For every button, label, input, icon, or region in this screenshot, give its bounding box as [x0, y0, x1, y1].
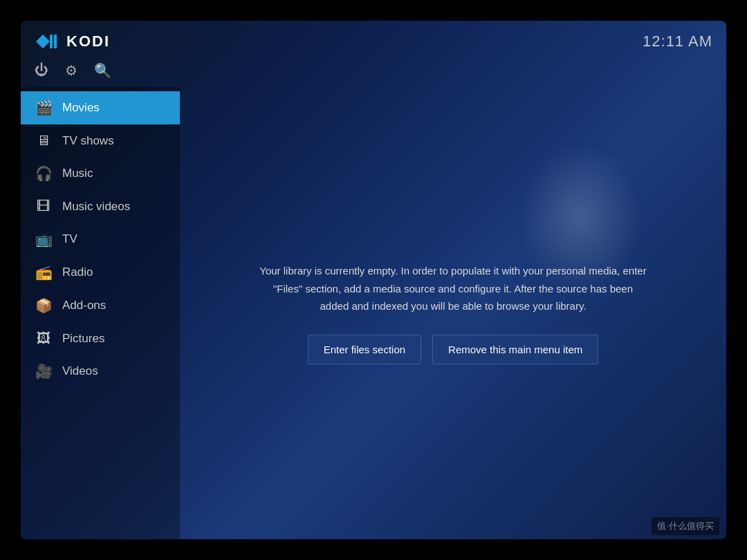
music-label: Music: [62, 167, 93, 180]
svg-rect-2: [50, 35, 53, 48]
music-videos-label: Music videos: [62, 200, 130, 214]
movies-icon: 🎬: [35, 100, 53, 116]
main-layout: 🎬 Movies 🖥 TV shows 🎧 Music 🎞 Music vide…: [21, 87, 726, 539]
sidebar-item-music-videos[interactable]: 🎞 Music videos: [21, 190, 180, 223]
music-videos-icon: 🎞: [35, 198, 53, 214]
pictures-label: Pictures: [62, 332, 104, 346]
enter-files-button[interactable]: Enter files section: [308, 335, 421, 364]
action-buttons: Enter files section Remove this main men…: [259, 335, 647, 364]
pictures-icon: 🖼: [35, 330, 53, 346]
sidebar-item-tv[interactable]: 📺 TV: [21, 223, 180, 256]
tv-shows-label: TV shows: [62, 134, 114, 148]
sidebar-item-radio[interactable]: 📻 Radio: [21, 256, 180, 289]
search-icon[interactable]: 🔍: [94, 62, 111, 79]
clock-display: 12:11 AM: [643, 32, 712, 50]
kodi-title: KODI: [66, 32, 110, 50]
sidebar-item-add-ons[interactable]: 📦 Add-ons: [21, 289, 180, 322]
watermark: 值·什么值得买: [652, 517, 719, 535]
videos-label: Videos: [62, 364, 98, 378]
kodi-logo-icon: [35, 29, 59, 54]
videos-icon: 🎥: [35, 363, 53, 380]
logo-area: KODI: [35, 29, 110, 54]
empty-library-message: Your library is currently empty. In orde…: [259, 262, 647, 364]
movies-label: Movies: [62, 101, 100, 115]
sidebar-item-music[interactable]: 🎧 Music: [21, 157, 180, 190]
radio-label: Radio: [62, 265, 93, 279]
sidebar: 🎬 Movies 🖥 TV shows 🎧 Music 🎞 Music vide…: [21, 87, 180, 539]
sidebar-item-pictures[interactable]: 🖼 Pictures: [21, 322, 180, 355]
sidebar-item-videos[interactable]: 🎥 Videos: [21, 355, 180, 388]
tv-shows-icon: 🖥: [35, 133, 53, 149]
addons-label: Add-ons: [62, 299, 106, 312]
svg-rect-3: [54, 35, 57, 48]
empty-library-text: Your library is currently empty. In orde…: [259, 262, 647, 315]
content-area: Your library is currently empty. In orde…: [180, 87, 726, 539]
svg-marker-1: [43, 35, 50, 48]
tv-icon: 📺: [35, 231, 53, 248]
remove-menu-item-button[interactable]: Remove this main menu item: [432, 335, 598, 364]
sidebar-item-movies[interactable]: 🎬 Movies: [21, 91, 180, 124]
sidebar-item-tv-shows[interactable]: 🖥 TV shows: [21, 124, 180, 157]
top-controls: ⏻ ⚙ 🔍: [21, 59, 726, 87]
kodi-screen: KODI 12:11 AM ⏻ ⚙ 🔍 🎬 Movies 🖥 TV shows …: [21, 21, 726, 539]
header: KODI 12:11 AM: [21, 21, 726, 59]
tv-label: TV: [62, 232, 77, 246]
radio-icon: 📻: [35, 264, 53, 281]
addons-icon: 📦: [35, 297, 53, 314]
settings-icon[interactable]: ⚙: [65, 62, 77, 79]
power-icon[interactable]: ⏻: [35, 62, 48, 79]
music-icon: 🎧: [35, 165, 53, 182]
svg-marker-0: [36, 35, 43, 48]
